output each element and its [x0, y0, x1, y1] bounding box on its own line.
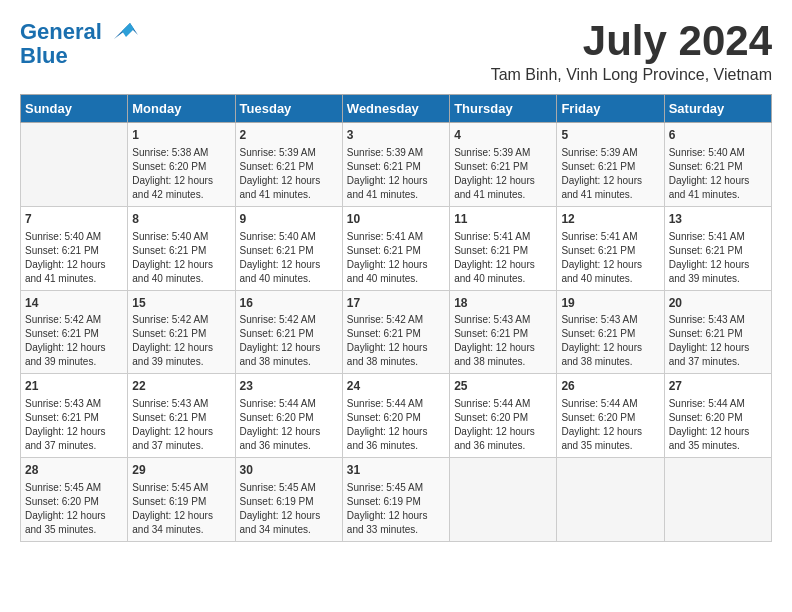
logo-text: General: [20, 20, 102, 44]
day-info: Sunrise: 5:43 AMSunset: 6:21 PMDaylight:…: [561, 313, 659, 369]
day-info: Sunrise: 5:42 AMSunset: 6:21 PMDaylight:…: [132, 313, 230, 369]
day-info: Sunrise: 5:42 AMSunset: 6:21 PMDaylight:…: [347, 313, 445, 369]
calendar-cell: 11Sunrise: 5:41 AMSunset: 6:21 PMDayligh…: [450, 206, 557, 290]
day-info: Sunrise: 5:40 AMSunset: 6:21 PMDaylight:…: [669, 146, 767, 202]
day-number: 31: [347, 462, 445, 479]
day-info: Sunrise: 5:45 AMSunset: 6:19 PMDaylight:…: [240, 481, 338, 537]
day-number: 3: [347, 127, 445, 144]
calendar-cell: 27Sunrise: 5:44 AMSunset: 6:20 PMDayligh…: [664, 374, 771, 458]
weekday-header: Saturday: [664, 95, 771, 123]
calendar-cell: 15Sunrise: 5:42 AMSunset: 6:21 PMDayligh…: [128, 290, 235, 374]
calendar-cell: 30Sunrise: 5:45 AMSunset: 6:19 PMDayligh…: [235, 458, 342, 542]
day-number: 28: [25, 462, 123, 479]
day-number: 27: [669, 378, 767, 395]
weekday-header: Friday: [557, 95, 664, 123]
day-number: 22: [132, 378, 230, 395]
day-info: Sunrise: 5:45 AMSunset: 6:19 PMDaylight:…: [347, 481, 445, 537]
day-number: 20: [669, 295, 767, 312]
svg-marker-1: [122, 23, 134, 37]
calendar-cell: 12Sunrise: 5:41 AMSunset: 6:21 PMDayligh…: [557, 206, 664, 290]
day-info: Sunrise: 5:40 AMSunset: 6:21 PMDaylight:…: [132, 230, 230, 286]
logo: General Blue: [20, 20, 138, 68]
calendar-cell: 23Sunrise: 5:44 AMSunset: 6:20 PMDayligh…: [235, 374, 342, 458]
day-number: 14: [25, 295, 123, 312]
day-info: Sunrise: 5:39 AMSunset: 6:21 PMDaylight:…: [561, 146, 659, 202]
day-number: 21: [25, 378, 123, 395]
calendar-cell: 17Sunrise: 5:42 AMSunset: 6:21 PMDayligh…: [342, 290, 449, 374]
day-number: 8: [132, 211, 230, 228]
calendar-cell: 13Sunrise: 5:41 AMSunset: 6:21 PMDayligh…: [664, 206, 771, 290]
day-number: 16: [240, 295, 338, 312]
day-number: 19: [561, 295, 659, 312]
day-number: 29: [132, 462, 230, 479]
calendar-cell: 3Sunrise: 5:39 AMSunset: 6:21 PMDaylight…: [342, 123, 449, 207]
calendar-cell: 26Sunrise: 5:44 AMSunset: 6:20 PMDayligh…: [557, 374, 664, 458]
calendar-week-row: 7Sunrise: 5:40 AMSunset: 6:21 PMDaylight…: [21, 206, 772, 290]
calendar-cell: 7Sunrise: 5:40 AMSunset: 6:21 PMDaylight…: [21, 206, 128, 290]
day-info: Sunrise: 5:44 AMSunset: 6:20 PMDaylight:…: [561, 397, 659, 453]
header-row: SundayMondayTuesdayWednesdayThursdayFrid…: [21, 95, 772, 123]
calendar-cell: 19Sunrise: 5:43 AMSunset: 6:21 PMDayligh…: [557, 290, 664, 374]
calendar-cell: 25Sunrise: 5:44 AMSunset: 6:20 PMDayligh…: [450, 374, 557, 458]
day-number: 30: [240, 462, 338, 479]
calendar-cell: 1Sunrise: 5:38 AMSunset: 6:20 PMDaylight…: [128, 123, 235, 207]
page-header: General Blue July 2024 Tam Binh, Vinh Lo…: [20, 20, 772, 84]
calendar-cell: 4Sunrise: 5:39 AMSunset: 6:21 PMDaylight…: [450, 123, 557, 207]
calendar-cell: 28Sunrise: 5:45 AMSunset: 6:20 PMDayligh…: [21, 458, 128, 542]
day-number: 23: [240, 378, 338, 395]
calendar-week-row: 21Sunrise: 5:43 AMSunset: 6:21 PMDayligh…: [21, 374, 772, 458]
logo-icon: [106, 21, 138, 43]
weekday-header: Sunday: [21, 95, 128, 123]
day-info: Sunrise: 5:44 AMSunset: 6:20 PMDaylight:…: [454, 397, 552, 453]
day-number: 17: [347, 295, 445, 312]
day-number: 6: [669, 127, 767, 144]
day-info: Sunrise: 5:40 AMSunset: 6:21 PMDaylight:…: [240, 230, 338, 286]
calendar-cell: 24Sunrise: 5:44 AMSunset: 6:20 PMDayligh…: [342, 374, 449, 458]
calendar-cell: [450, 458, 557, 542]
calendar-cell: 18Sunrise: 5:43 AMSunset: 6:21 PMDayligh…: [450, 290, 557, 374]
day-info: Sunrise: 5:41 AMSunset: 6:21 PMDaylight:…: [347, 230, 445, 286]
calendar-cell: [21, 123, 128, 207]
day-info: Sunrise: 5:39 AMSunset: 6:21 PMDaylight:…: [454, 146, 552, 202]
calendar-cell: [557, 458, 664, 542]
day-info: Sunrise: 5:42 AMSunset: 6:21 PMDaylight:…: [240, 313, 338, 369]
day-number: 25: [454, 378, 552, 395]
day-info: Sunrise: 5:44 AMSunset: 6:20 PMDaylight:…: [240, 397, 338, 453]
day-info: Sunrise: 5:44 AMSunset: 6:20 PMDaylight:…: [669, 397, 767, 453]
calendar-cell: 29Sunrise: 5:45 AMSunset: 6:19 PMDayligh…: [128, 458, 235, 542]
day-number: 11: [454, 211, 552, 228]
day-info: Sunrise: 5:42 AMSunset: 6:21 PMDaylight:…: [25, 313, 123, 369]
calendar-cell: 6Sunrise: 5:40 AMSunset: 6:21 PMDaylight…: [664, 123, 771, 207]
day-info: Sunrise: 5:38 AMSunset: 6:20 PMDaylight:…: [132, 146, 230, 202]
day-info: Sunrise: 5:43 AMSunset: 6:21 PMDaylight:…: [25, 397, 123, 453]
month-title: July 2024: [491, 20, 772, 62]
weekday-header: Thursday: [450, 95, 557, 123]
calendar-table: SundayMondayTuesdayWednesdayThursdayFrid…: [20, 94, 772, 542]
day-number: 2: [240, 127, 338, 144]
day-info: Sunrise: 5:39 AMSunset: 6:21 PMDaylight:…: [347, 146, 445, 202]
day-info: Sunrise: 5:45 AMSunset: 6:19 PMDaylight:…: [132, 481, 230, 537]
day-info: Sunrise: 5:41 AMSunset: 6:21 PMDaylight:…: [669, 230, 767, 286]
day-number: 1: [132, 127, 230, 144]
day-number: 4: [454, 127, 552, 144]
day-number: 12: [561, 211, 659, 228]
day-info: Sunrise: 5:43 AMSunset: 6:21 PMDaylight:…: [454, 313, 552, 369]
calendar-cell: 21Sunrise: 5:43 AMSunset: 6:21 PMDayligh…: [21, 374, 128, 458]
day-number: 18: [454, 295, 552, 312]
day-info: Sunrise: 5:43 AMSunset: 6:21 PMDaylight:…: [669, 313, 767, 369]
calendar-week-row: 28Sunrise: 5:45 AMSunset: 6:20 PMDayligh…: [21, 458, 772, 542]
weekday-header: Tuesday: [235, 95, 342, 123]
title-section: July 2024 Tam Binh, Vinh Long Province, …: [491, 20, 772, 84]
calendar-week-row: 1Sunrise: 5:38 AMSunset: 6:20 PMDaylight…: [21, 123, 772, 207]
calendar-cell: 20Sunrise: 5:43 AMSunset: 6:21 PMDayligh…: [664, 290, 771, 374]
day-info: Sunrise: 5:40 AMSunset: 6:21 PMDaylight:…: [25, 230, 123, 286]
logo-blue: Blue: [20, 43, 68, 68]
day-number: 15: [132, 295, 230, 312]
calendar-cell: 16Sunrise: 5:42 AMSunset: 6:21 PMDayligh…: [235, 290, 342, 374]
calendar-cell: 10Sunrise: 5:41 AMSunset: 6:21 PMDayligh…: [342, 206, 449, 290]
calendar-cell: 9Sunrise: 5:40 AMSunset: 6:21 PMDaylight…: [235, 206, 342, 290]
day-number: 7: [25, 211, 123, 228]
calendar-cell: 5Sunrise: 5:39 AMSunset: 6:21 PMDaylight…: [557, 123, 664, 207]
day-number: 26: [561, 378, 659, 395]
calendar-cell: 31Sunrise: 5:45 AMSunset: 6:19 PMDayligh…: [342, 458, 449, 542]
